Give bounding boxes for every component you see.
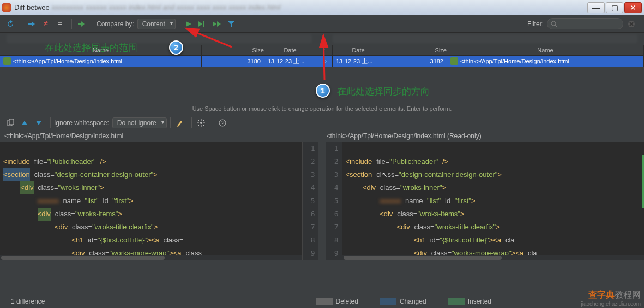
col-name-right[interactable]: Name bbox=[447, 45, 644, 55]
maximize-button[interactable]: ▢ bbox=[606, 2, 623, 13]
close-button[interactable]: ✕ bbox=[624, 2, 642, 13]
run-button[interactable] bbox=[183, 18, 195, 30]
right-code[interactable]: <include file="Public:header" /> <sectio… bbox=[342, 142, 645, 260]
compare-toolbar: ≠ = Compare by: Content Filter: bbox=[0, 15, 644, 33]
svg-point-3 bbox=[551, 21, 556, 26]
next-diff-button[interactable] bbox=[33, 117, 45, 129]
svg-line-4 bbox=[555, 25, 557, 27]
svg-rect-2 bbox=[203, 21, 204, 27]
file-table-empty bbox=[0, 67, 644, 104]
col-size-right[interactable]: Size bbox=[384, 45, 447, 55]
annotation-text-mid: 在此处选择同步的方向 bbox=[337, 85, 430, 98]
filter-input-box[interactable] bbox=[547, 18, 623, 29]
left-file-path: <think>/App/Tpl/Home/Design/index.html bbox=[0, 131, 322, 142]
window-title: Diff betweexxxxxxxxx xxxxxx xxxxx index.… bbox=[14, 3, 586, 11]
inserted-swatch bbox=[448, 298, 465, 305]
filter-input[interactable] bbox=[557, 20, 612, 28]
hint-text: Use Space button or mouse click to chang… bbox=[0, 104, 644, 115]
right-gutter: 123456789 bbox=[326, 142, 342, 260]
left-editor[interactable]: <include file="Public:header" /> <sectio… bbox=[0, 142, 318, 260]
ignore-ws-label: Ignore whitespace: bbox=[54, 119, 109, 127]
diff-area: <include file="Public:header" /> <sectio… bbox=[0, 142, 644, 260]
highlight-button[interactable] bbox=[174, 117, 186, 129]
filter-label: Filter: bbox=[527, 20, 544, 28]
right-file-path: <think>/App/Tpl/Home/Design/index.html (… bbox=[322, 131, 645, 142]
watermark: 查字典教程网 jiaocheng.chazidian.com bbox=[581, 289, 641, 307]
window-titlebar: Diff betweexxxxxxxxx xxxxxx xxxxx index.… bbox=[0, 0, 644, 15]
app-icon bbox=[2, 3, 11, 12]
deleted-label: Deleted bbox=[336, 298, 358, 305]
col-size-left[interactable]: Size bbox=[202, 45, 264, 55]
sync-direction-icon[interactable]: ⇒ bbox=[316, 56, 333, 67]
clear-filter-button[interactable] bbox=[625, 18, 637, 30]
settings-button[interactable] bbox=[195, 117, 207, 129]
compare-by-label: Compare by: bbox=[97, 20, 134, 28]
sync-not-equal-button[interactable]: ≠ bbox=[40, 18, 52, 30]
col-action[interactable]: * bbox=[316, 45, 333, 55]
compare-by-dropdown[interactable]: Content bbox=[137, 19, 176, 29]
file-icon bbox=[450, 57, 458, 65]
diff-file-paths: <think>/App/Tpl/Home/Design/index.html <… bbox=[0, 131, 644, 142]
sync-left-button[interactable] bbox=[75, 18, 87, 30]
file-icon bbox=[3, 57, 11, 65]
sync-right-button[interactable] bbox=[26, 18, 38, 30]
run-to-button[interactable] bbox=[197, 18, 209, 30]
refresh-button[interactable] bbox=[4, 18, 16, 30]
changed-label: Changed bbox=[400, 298, 426, 305]
filter-button[interactable] bbox=[225, 18, 237, 30]
deleted-swatch bbox=[316, 298, 333, 305]
search-icon bbox=[551, 21, 557, 27]
prev-diff-button[interactable] bbox=[19, 117, 31, 129]
diff-count: 1 difference bbox=[11, 298, 45, 305]
file-row[interactable]: <think>/App/Tpl/Home/Design/index.html 3… bbox=[0, 56, 644, 67]
statusbar: 1 difference Deleted Changed Inserted bbox=[0, 294, 644, 308]
annotation-text-top: 在此处选择同步的范围 bbox=[45, 42, 137, 54]
help-button[interactable]: ? bbox=[216, 117, 228, 129]
svg-text:≠: ≠ bbox=[44, 20, 48, 28]
diff-divider[interactable] bbox=[318, 142, 326, 260]
minimize-button[interactable]: — bbox=[587, 2, 605, 13]
left-code[interactable]: <include file="Public:header" /> <sectio… bbox=[0, 142, 302, 260]
col-date-left[interactable]: Date bbox=[264, 45, 316, 55]
svg-text:?: ? bbox=[221, 120, 225, 126]
sync-equal-button[interactable]: = bbox=[54, 18, 66, 30]
changed-swatch bbox=[380, 298, 396, 305]
right-editor[interactable]: 123456789 <include file="Public:header" … bbox=[326, 142, 645, 260]
col-date-right[interactable]: Date bbox=[333, 45, 384, 55]
copy-button[interactable] bbox=[4, 117, 16, 129]
svg-point-8 bbox=[200, 122, 202, 124]
svg-rect-7 bbox=[9, 119, 14, 125]
run-all-button[interactable] bbox=[211, 18, 223, 30]
left-gutter: 123456789 bbox=[302, 142, 318, 260]
left-h-scrollbar[interactable] bbox=[0, 255, 302, 260]
inserted-label: Inserted bbox=[468, 298, 491, 305]
diff-toolbar: Ignore whitespace: Do not ignore ? bbox=[0, 115, 644, 131]
svg-text:=: = bbox=[58, 20, 62, 28]
right-h-scrollbar[interactable] bbox=[342, 255, 645, 260]
ignore-ws-dropdown[interactable]: Do not ignore bbox=[112, 117, 167, 128]
